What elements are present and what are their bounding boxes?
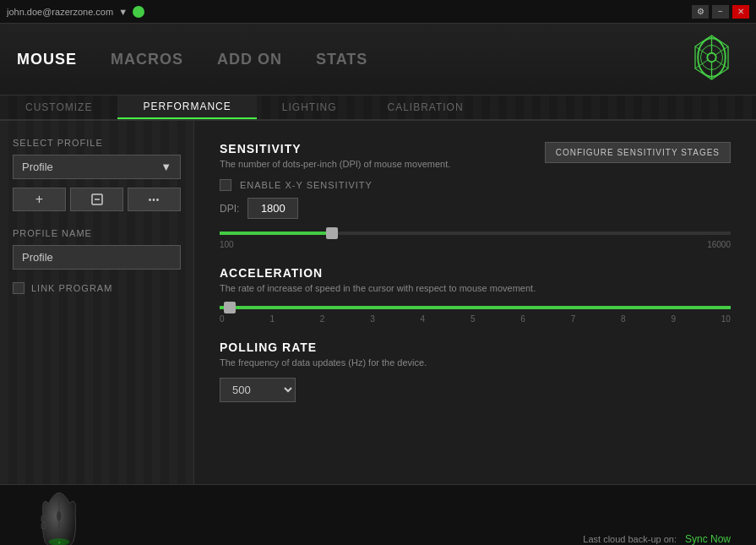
sensitivity-slider-fill (220, 232, 332, 235)
accel-label-4: 4 (421, 314, 426, 324)
edit-profile-button[interactable] (70, 188, 123, 211)
link-program-row: LINK PROGRAM (13, 282, 181, 294)
more-profile-button[interactable]: ••• (128, 188, 181, 211)
profile-dropdown-value: Profile (22, 161, 53, 173)
user-email: john.doe@razerzone.com (7, 7, 113, 17)
svg-text:✦: ✦ (57, 540, 61, 545)
accel-label-2: 2 (320, 314, 325, 324)
status-indicator (133, 6, 144, 18)
acceleration-slider-track[interactable] (220, 306, 731, 309)
dpi-input[interactable] (247, 198, 298, 219)
dropdown-arrow-icon: ▼ (160, 161, 171, 173)
enable-xy-checkbox[interactable] (220, 179, 231, 191)
minimize-button[interactable]: − (712, 5, 729, 19)
dpi-label: DPI: (220, 203, 239, 215)
dpi-row: DPI: (220, 198, 731, 219)
link-program-checkbox[interactable] (13, 282, 24, 294)
accel-label-10: 10 (721, 314, 731, 324)
profile-name-input[interactable] (13, 245, 181, 270)
sync-now-button[interactable]: Sync Now (685, 533, 731, 545)
polling-rate-title: POLLING RATE (220, 341, 731, 354)
acceleration-slider-container[interactable]: 0 1 2 3 4 5 6 7 8 9 10 (220, 306, 731, 324)
sensitivity-slider-thumb[interactable] (326, 227, 338, 239)
acceleration-title: ACCELERATION (220, 266, 731, 280)
acceleration-section: ACCELERATION The rate of increase of spe… (220, 266, 731, 324)
profile-dropdown[interactable]: Profile ▼ (13, 155, 181, 179)
acceleration-slider-labels: 0 1 2 3 4 5 6 7 8 9 10 (220, 314, 731, 324)
configure-sensitivity-button[interactable]: CONFIGURE SENSITIVITY STAGES (545, 142, 731, 163)
link-program-label: LINK PROGRAM (31, 283, 112, 293)
subnav-performance[interactable]: PERFORMANCE (117, 95, 256, 119)
accel-label-7: 7 (571, 314, 576, 324)
sensitivity-slider-track[interactable] (220, 232, 731, 235)
accel-label-0: 0 (220, 314, 225, 324)
sensitivity-slider-container[interactable]: 100 16000 (220, 232, 731, 249)
content-area: SELECT PROFILE Profile ▼ + ••• PROFILE N… (0, 121, 756, 484)
main-nav: MOUSE MACROS ADD ON STATS (0, 24, 756, 95)
profile-actions: + ••• (13, 188, 181, 211)
sensitivity-slider-labels: 100 16000 (220, 240, 731, 249)
polling-select-wrapper: 125 250 500 1000 (220, 378, 731, 402)
svg-rect-5 (42, 516, 46, 522)
enable-xy-row: ENABLE X-Y SENSITIVITY (220, 179, 731, 191)
subnav-customize[interactable]: CUSTOMIZE (0, 95, 117, 119)
acceleration-slider-thumb[interactable] (224, 302, 236, 313)
nav-items: MOUSE MACROS ADD ON STATS (17, 51, 367, 68)
svg-rect-6 (42, 523, 46, 529)
sub-nav: CUSTOMIZE PERFORMANCE LIGHTING CALIBRATI… (0, 95, 756, 121)
svg-point-0 (707, 53, 715, 62)
sensitivity-section: SENSITIVITY The number of dots-per-inch … (220, 142, 731, 249)
bottom-right: Last cloud back-up on: Sync Now (583, 533, 731, 545)
select-profile-label: SELECT PROFILE (13, 138, 181, 148)
enable-xy-label: ENABLE X-Y SENSITIVITY (240, 180, 373, 190)
accel-label-9: 9 (671, 314, 676, 324)
title-bar-left: john.doe@razerzone.com ▼ (7, 6, 144, 18)
polling-rate-desc: The frequency of data updates (Hz) for t… (220, 357, 731, 368)
settings-button[interactable]: ⚙ (692, 5, 709, 19)
acceleration-desc: The rate of increase of speed in the cur… (220, 283, 731, 293)
mouse-image: ✦ (30, 489, 89, 545)
accel-label-3: 3 (370, 314, 375, 324)
nav-item-mouse[interactable]: MOUSE (17, 51, 77, 68)
accel-label-8: 8 (621, 314, 626, 324)
bottom-bar: ✦ Razer Naga Chroma Last cloud back-up o… (0, 484, 756, 545)
subnav-calibration[interactable]: CALIBRATION (362, 95, 488, 119)
title-bar: john.doe@razerzone.com ▼ ⚙ − ✕ (0, 0, 756, 24)
sensitivity-max-label: 16000 (707, 240, 731, 249)
razer-logo (684, 30, 739, 89)
title-bar-right: ⚙ − ✕ (692, 5, 749, 19)
close-button[interactable]: ✕ (732, 5, 749, 19)
sensitivity-title: SENSITIVITY (220, 142, 450, 155)
dropdown-arrow-icon: ▼ (118, 7, 128, 17)
accel-label-5: 5 (470, 314, 476, 324)
right-panel: SENSITIVITY The number of dots-per-inch … (194, 121, 756, 484)
subnav-lighting[interactable]: LIGHTING (257, 95, 362, 119)
acceleration-slider-fill (220, 306, 731, 309)
sensitivity-min-label: 100 (220, 240, 234, 249)
profile-name-label: PROFILE NAME (13, 228, 181, 238)
nav-item-addon[interactable]: ADD ON (217, 51, 282, 68)
left-panel: SELECT PROFILE Profile ▼ + ••• PROFILE N… (0, 121, 194, 484)
sensitivity-desc: The number of dots-per-inch (DPI) of mou… (220, 159, 450, 169)
nav-item-stats[interactable]: STATS (316, 51, 367, 68)
polling-rate-section: POLLING RATE The frequency of data updat… (220, 341, 731, 402)
add-profile-button[interactable]: + (13, 188, 66, 211)
accel-label-6: 6 (520, 314, 525, 324)
accel-label-1: 1 (269, 314, 275, 324)
polling-rate-select[interactable]: 125 250 500 1000 (220, 378, 296, 402)
cloud-backup-label: Last cloud back-up on: (583, 534, 677, 544)
device-info: ✦ Razer Naga Chroma (17, 489, 102, 545)
nav-item-macros[interactable]: MACROS (111, 51, 183, 68)
